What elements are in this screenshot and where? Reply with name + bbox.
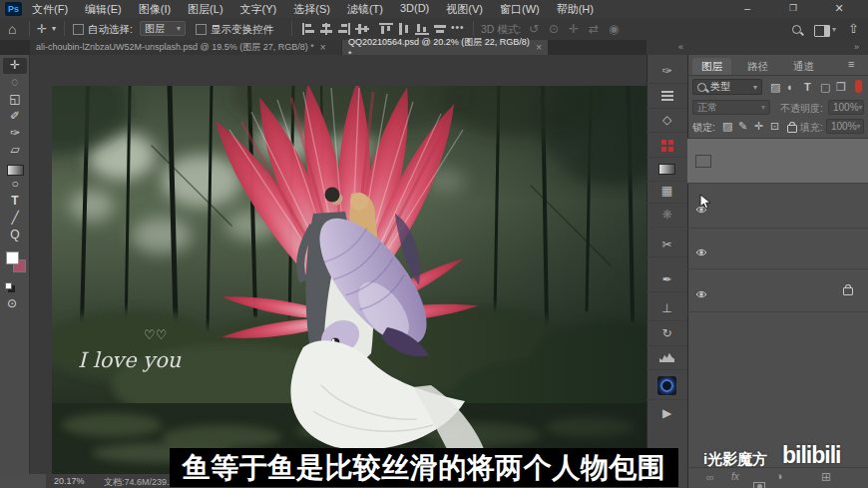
filter-shape-icon[interactable]: ▢: [820, 81, 830, 94]
menu-file[interactable]: 文件(F): [32, 2, 68, 17]
auto-select-dropdown[interactable]: 图层 ▾: [140, 21, 186, 36]
menu-layer[interactable]: 图层(L): [188, 2, 222, 17]
new-layer-icon[interactable]: ⊞: [821, 470, 831, 484]
blend-mode-dropdown[interactable]: 正常 ▾: [692, 100, 770, 115]
properties-icon[interactable]: [647, 84, 687, 109]
3d-slide-icon[interactable]: ⇄: [589, 22, 599, 36]
type-tool[interactable]: T: [3, 194, 27, 210]
filter-adjustment-icon[interactable]: ◐: [787, 81, 794, 93]
distribute-h-icon[interactable]: [433, 23, 447, 35]
more-options-icon[interactable]: •••: [451, 22, 465, 33]
filter-toggle[interactable]: [855, 80, 862, 93]
opacity-input[interactable]: 100% ▾: [828, 100, 864, 115]
share-icon[interactable]: ⇧: [848, 21, 859, 36]
lasso-tool[interactable]: ◌: [3, 75, 27, 91]
brush-settings-icon[interactable]: ✑: [647, 59, 687, 84]
3d-roll-icon[interactable]: ⊙: [549, 22, 559, 36]
3d-camera-icon[interactable]: ◉: [609, 22, 619, 36]
tab-paths[interactable]: 路径: [738, 58, 777, 75]
filter-smart-object-icon[interactable]: ❒: [836, 81, 846, 94]
foreground-color-swatch[interactable]: [6, 251, 19, 264]
lock-position-icon[interactable]: ✛: [754, 120, 763, 133]
ink-panel-icon[interactable]: ✒: [647, 267, 687, 292]
eraser-tool[interactable]: ▱: [3, 143, 27, 159]
layer-effects-icon[interactable]: fx: [731, 471, 739, 482]
layer-row[interactable]: 背景: [687, 269, 868, 312]
dodge-tool[interactable]: ○: [3, 177, 27, 193]
lock-artboard-icon[interactable]: ⊡: [770, 120, 779, 133]
workspace-icon[interactable]: [814, 25, 830, 37]
eye-well[interactable]: [695, 284, 709, 295]
lock-pixels-icon[interactable]: ✎: [738, 120, 747, 133]
zoom-tool[interactable]: Q: [3, 228, 27, 244]
histogram-panel-icon[interactable]: [647, 345, 687, 370]
tools-panel-icon[interactable]: ✂: [647, 233, 687, 257]
menu-select[interactable]: 选择(S): [293, 2, 330, 17]
add-mask-icon[interactable]: [753, 482, 765, 488]
brush-tool[interactable]: ✑: [3, 126, 27, 142]
tab-layers[interactable]: 图层: [692, 58, 731, 75]
move-tool[interactable]: ✛: [3, 58, 27, 74]
tab-close-icon[interactable]: ×: [320, 42, 326, 53]
document-tab-1[interactable]: ali-choubin-lZnbzaUW52M-unsplash.psd @ 1…: [30, 40, 341, 55]
eyedropper-tool[interactable]: ✐: [3, 109, 27, 125]
align-right-icon[interactable]: [337, 23, 351, 35]
align-left-icon[interactable]: [301, 23, 315, 35]
panel-menu-icon[interactable]: ≡: [848, 58, 854, 70]
snowflake-icon[interactable]: ❋: [647, 203, 687, 228]
home-icon[interactable]: ⌂: [8, 21, 16, 37]
crop-tool[interactable]: ◱: [3, 92, 27, 108]
filter-type-icon[interactable]: T: [804, 81, 811, 93]
collapse-panels-icon[interactable]: «: [678, 42, 683, 52]
menu-help[interactable]: 帮助(H): [557, 2, 594, 17]
3d-rotate-icon[interactable]: ↺: [529, 22, 539, 36]
fill-input[interactable]: 100% ▾: [826, 119, 864, 134]
layer-row[interactable]: 图层 22: [687, 139, 868, 184]
zoom-level-field[interactable]: 20.17%: [54, 476, 85, 486]
menu-view[interactable]: 视图(V): [446, 2, 483, 17]
layer-row[interactable]: 鱼: [687, 184, 868, 229]
3d-drag-icon[interactable]: ✛: [569, 22, 579, 36]
align-v-center-icon[interactable]: [355, 23, 369, 35]
plugin-blue-icon[interactable]: [647, 371, 687, 400]
eye-well[interactable]: [695, 155, 711, 168]
align-h-center-icon[interactable]: [319, 23, 333, 35]
layer-row[interactable]: 人: [687, 229, 868, 269]
auto-select-checkbox[interactable]: [73, 24, 84, 35]
document-canvas[interactable]: ♡♡ I love you: [52, 86, 647, 474]
search-icon[interactable]: [792, 25, 801, 34]
align-bottom-icon[interactable]: [415, 23, 429, 35]
menu-type[interactable]: 文字(Y): [240, 2, 277, 17]
close-button[interactable]: ✕: [828, 2, 850, 15]
menu-edit[interactable]: 编辑(E): [85, 2, 122, 17]
menu-window[interactable]: 窗口(W): [500, 2, 540, 17]
quick-mask-icon[interactable]: ⊙: [0, 296, 24, 312]
move-tool-preset-icon[interactable]: ✛: [37, 22, 47, 36]
distribute-v-icon[interactable]: [397, 23, 411, 35]
line-tool[interactable]: ╱: [3, 211, 27, 227]
eye-well[interactable]: [695, 243, 709, 253]
3d-panel-icon[interactable]: ◇: [647, 108, 687, 133]
extension-red-icon[interactable]: [647, 133, 687, 158]
layer-filter-dropdown[interactable]: 类型 ▾: [692, 79, 762, 95]
menu-image[interactable]: 图像(I): [139, 2, 171, 17]
tab-close-icon[interactable]: ×: [536, 42, 542, 53]
pattern-icon[interactable]: ▦: [647, 179, 687, 204]
link-layers-icon[interactable]: ∞: [706, 471, 714, 483]
chevron-down-icon[interactable]: ▾: [832, 25, 836, 34]
play-panel-icon[interactable]: ▶: [647, 401, 687, 425]
sync-panel-icon[interactable]: ↻: [647, 321, 687, 346]
stamp-panel-icon[interactable]: ⊥: [647, 296, 687, 321]
align-top-icon[interactable]: [379, 23, 393, 35]
chevron-down-icon[interactable]: ▾: [52, 24, 56, 33]
tab-channels[interactable]: 通道: [784, 58, 823, 75]
minimize-button[interactable]: –: [736, 2, 758, 14]
document-tab-2[interactable]: QQ20210564.psd @ 20.2% (图层 22, RGB/8) * …: [342, 40, 548, 55]
gradient-tool[interactable]: [3, 162, 27, 178]
filter-pixel-icon[interactable]: ▨: [770, 81, 780, 94]
menu-3d[interactable]: 3D(D): [400, 2, 429, 17]
restore-button[interactable]: ❐: [782, 3, 804, 13]
default-colors-icon[interactable]: [5, 282, 12, 289]
expand-panels-icon[interactable]: »: [854, 42, 859, 52]
menu-filter[interactable]: 滤镜(T): [347, 2, 383, 17]
